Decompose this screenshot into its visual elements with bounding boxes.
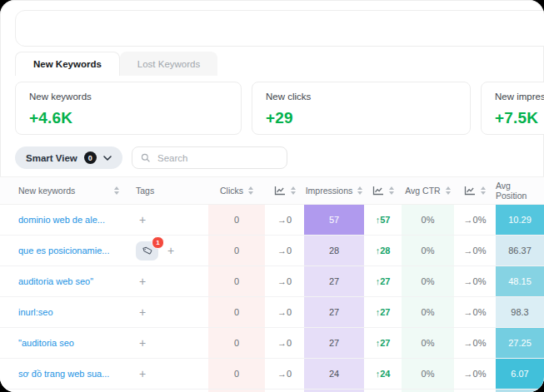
avg-position-cell: 98.3 bbox=[496, 297, 544, 327]
smart-view-label: Smart View bbox=[26, 153, 77, 163]
avg-position-cell: 48.15 bbox=[496, 266, 544, 296]
header-impressions-trend[interactable] bbox=[364, 177, 402, 204]
header-avg-position[interactable]: Avg Position bbox=[496, 177, 544, 204]
ctr-trend-cell: →0% bbox=[454, 297, 496, 327]
clicks-cell: 0 bbox=[208, 236, 265, 265]
stat-value: +29 bbox=[266, 109, 457, 127]
toolbar-placeholder bbox=[15, 10, 544, 47]
header-clicks-trend[interactable] bbox=[265, 177, 304, 204]
header-label: Clicks bbox=[220, 186, 243, 196]
keyword-link[interactable]: sơ đồ trang web sua... bbox=[18, 369, 109, 379]
ctr-trend-cell: →0% bbox=[454, 266, 496, 296]
line-chart-icon bbox=[464, 186, 476, 196]
impressions-heat: 27 bbox=[304, 297, 364, 327]
clicks-trend-cell: →0 bbox=[265, 236, 304, 265]
table-header-row: New keywords Tags Clicks Impressions bbox=[0, 176, 544, 205]
tab-new-keywords[interactable]: New Keywords bbox=[15, 52, 120, 76]
filter-bar: Smart View 0 bbox=[15, 146, 287, 169]
table-row: sơ đồ trang web sua... + 0 →0 24 ↑24 0% … bbox=[0, 359, 544, 390]
keyword-link[interactable]: auditoria web seo" bbox=[18, 276, 93, 286]
avg-ctr-cell: 0% bbox=[402, 297, 454, 327]
avg-position-cell: 27.25 bbox=[496, 328, 544, 358]
impressions-trend-cell: ↑28 bbox=[364, 236, 402, 265]
keyword-link[interactable]: dominio web de ale... bbox=[18, 215, 105, 225]
clicks-trend-cell: →0 bbox=[265, 297, 304, 327]
position-heat: 10.29 bbox=[496, 205, 544, 235]
sort-icon bbox=[481, 186, 486, 195]
stat-card-new-keywords: New keywords +4.6K bbox=[15, 82, 242, 135]
impressions-cell: 27 bbox=[304, 266, 364, 296]
impressions-trend-cell: ↑27 bbox=[364, 297, 402, 327]
add-tag-button[interactable]: + bbox=[136, 306, 149, 318]
tag-icon bbox=[141, 244, 153, 256]
impressions-heat: 28 bbox=[304, 236, 364, 265]
search-box bbox=[132, 146, 287, 169]
search-input[interactable] bbox=[156, 152, 278, 164]
keyword-link[interactable]: inurl:seo bbox=[18, 307, 53, 317]
add-tag-button[interactable]: + bbox=[136, 214, 149, 226]
dashboard-card: New Keywords Lost Keywords New keywords … bbox=[0, 0, 544, 392]
table-row: inurl:seo + 0 →0 27 ↑27 0% →0% 98.3 bbox=[0, 297, 544, 328]
keywords-table: New keywords Tags Clicks Impressions bbox=[0, 176, 544, 392]
keyword-link[interactable]: que es posicionamie... bbox=[18, 246, 109, 256]
impressions-trend-cell: ↑57 bbox=[364, 205, 402, 235]
add-tag-button[interactable]: + bbox=[136, 275, 149, 287]
clicks-cell: 0 bbox=[208, 328, 265, 358]
keyword-link[interactable]: "auditoria seo bbox=[18, 338, 74, 348]
stat-cards: New keywords +4.6K New clicks +29 New im… bbox=[15, 82, 544, 135]
impressions-heat: 27 bbox=[304, 328, 364, 358]
avg-ctr-cell: 0% bbox=[402, 266, 454, 296]
sort-icon bbox=[357, 186, 362, 195]
avg-ctr-cell: 0% bbox=[402, 236, 454, 265]
avg-position-cell: 86.37 bbox=[496, 236, 544, 265]
sort-icon bbox=[248, 186, 253, 195]
stat-label: New clicks bbox=[266, 92, 457, 102]
impressions-trend-cell: ↑27 bbox=[364, 266, 402, 296]
header-tags: Tags bbox=[129, 177, 208, 204]
table-row: dominio web de ale... + 0 →0 57 ↑57 0% →… bbox=[0, 205, 544, 236]
position-heat: 86.37 bbox=[496, 236, 544, 265]
header-label: Avg CTR bbox=[405, 186, 440, 196]
impressions-cell: 28 bbox=[304, 236, 364, 265]
stat-label: New impress bbox=[495, 92, 544, 102]
stat-card-new-clicks: New clicks +29 bbox=[252, 82, 471, 135]
stat-label: New keywords bbox=[29, 92, 227, 102]
header-label: Impressions bbox=[306, 186, 353, 196]
position-heat: 98.3 bbox=[496, 297, 544, 327]
chevron-down-icon bbox=[103, 156, 112, 161]
header-new-keywords[interactable]: New keywords bbox=[0, 177, 129, 204]
position-heat: 27.25 bbox=[496, 328, 544, 358]
clicks-trend-cell: →0 bbox=[265, 266, 304, 296]
impressions-cell: 24 bbox=[304, 359, 364, 389]
header-clicks[interactable]: Clicks bbox=[208, 177, 265, 204]
avg-ctr-cell: 0% bbox=[402, 205, 454, 235]
ctr-trend-cell: →0% bbox=[454, 359, 496, 389]
clicks-cell: 0 bbox=[208, 297, 265, 327]
header-impressions[interactable]: Impressions bbox=[304, 177, 364, 204]
clicks-trend-cell: →0 bbox=[265, 328, 304, 358]
clicks-cell: 0 bbox=[208, 266, 265, 296]
add-tag-button[interactable]: + bbox=[136, 337, 149, 349]
sort-icon bbox=[291, 186, 296, 195]
impressions-cell: 27 bbox=[304, 328, 364, 358]
avg-position-cell: 10.29 bbox=[496, 205, 544, 235]
add-tag-button[interactable]: + bbox=[164, 245, 177, 256]
tabs: New Keywords Lost Keywords bbox=[15, 52, 217, 76]
sort-icon bbox=[446, 186, 451, 195]
header-avg-ctr[interactable]: Avg CTR bbox=[402, 177, 454, 204]
clicks-cell: 0 bbox=[208, 205, 265, 235]
position-heat: 48.15 bbox=[496, 266, 544, 296]
sort-icon bbox=[114, 186, 119, 195]
smart-view-dropdown[interactable]: Smart View 0 bbox=[15, 146, 122, 169]
tab-lost-keywords[interactable]: Lost Keywords bbox=[120, 52, 217, 76]
impressions-trend-cell: ↑24 bbox=[364, 359, 402, 389]
header-ctr-trend[interactable] bbox=[454, 177, 496, 204]
impressions-cell: 57 bbox=[304, 205, 364, 235]
impressions-trend-cell: ↑27 bbox=[364, 328, 402, 358]
sort-icon bbox=[389, 186, 394, 195]
stat-value: +4.6K bbox=[29, 109, 227, 127]
ctr-trend-cell: →0% bbox=[454, 328, 496, 358]
ctr-trend-cell: →0% bbox=[454, 236, 496, 265]
tag-chip[interactable]: 1 bbox=[136, 241, 158, 261]
add-tag-button[interactable]: + bbox=[136, 368, 149, 380]
